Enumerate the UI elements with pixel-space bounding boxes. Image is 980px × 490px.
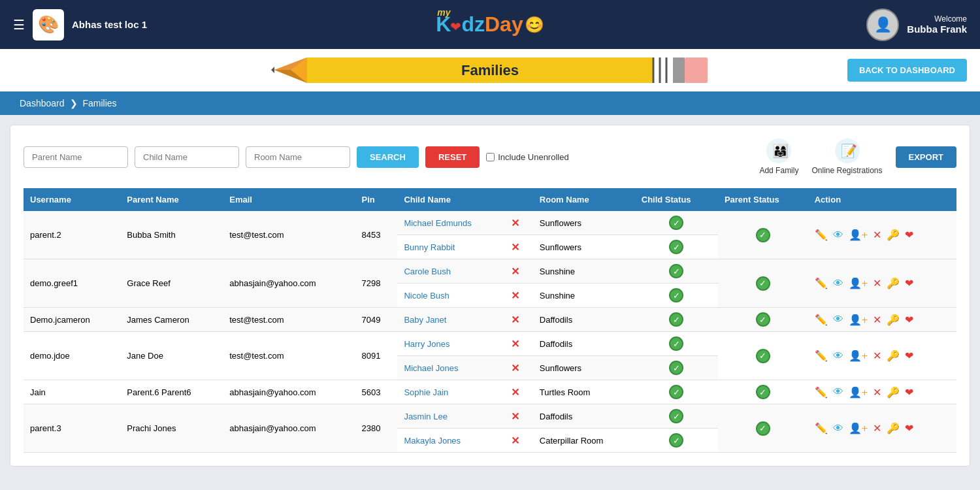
cell-child-name[interactable]: Michael Jones <box>397 356 504 380</box>
remove-child-icon[interactable]: ✕ <box>511 266 519 277</box>
heart-icon[interactable]: ❤ <box>905 314 913 326</box>
heart-icon[interactable]: ❤ <box>905 422 913 434</box>
remove-child-icon[interactable]: ✕ <box>511 290 519 301</box>
view-icon[interactable]: 👁 <box>833 314 843 325</box>
heart-icon[interactable]: ❤ <box>905 386 913 399</box>
cell-child-name[interactable]: Nicole Bush <box>397 284 504 308</box>
cell-child-name[interactable]: Michael Edmunds <box>397 211 504 235</box>
parent-name-input[interactable] <box>24 146 128 168</box>
child-name-link[interactable]: Makayla Jones <box>404 436 461 446</box>
key-icon[interactable]: 🔑 <box>887 350 900 362</box>
remove-child-icon[interactable]: ✕ <box>511 435 519 446</box>
key-icon[interactable]: 🔑 <box>887 314 900 326</box>
brand-logo: my K❤dz Day 😊 <box>436 12 544 37</box>
remove-child-icon[interactable]: ✕ <box>511 218 519 229</box>
include-unenrolled-label[interactable]: Include Unenrolled <box>486 152 568 162</box>
heart-icon[interactable]: ❤ <box>905 229 913 241</box>
child-name-link[interactable]: Baby Janet <box>404 315 446 325</box>
view-icon[interactable]: 👁 <box>833 229 843 241</box>
child-name-link[interactable]: Harry Jones <box>404 339 449 349</box>
cell-child-x[interactable]: ✕ <box>504 308 533 332</box>
child-name-link[interactable]: Jasmin Lee <box>404 412 447 421</box>
child-name-link[interactable]: Sophie Jain <box>404 387 448 397</box>
cell-child-name[interactable]: Jasmin Lee <box>397 404 504 429</box>
cell-room-name: Sunflowers <box>533 356 635 380</box>
add-person-icon[interactable]: 👤+ <box>849 314 868 326</box>
add-person-icon[interactable]: 👤+ <box>849 350 868 362</box>
cell-child-x[interactable]: ✕ <box>504 259 533 284</box>
remove-child-icon[interactable]: ✕ <box>511 314 519 325</box>
page-banner: Families BACK TO DASHBOARD <box>0 49 980 91</box>
cell-child-status: ✓ <box>635 356 718 380</box>
cell-child-x[interactable]: ✕ <box>504 284 533 308</box>
room-name-input[interactable] <box>246 146 350 168</box>
cell-child-name[interactable]: Bunny Rabbit <box>397 235 504 259</box>
remove-child-icon[interactable]: ✕ <box>511 338 519 350</box>
remove-child-icon[interactable]: ✕ <box>511 411 519 422</box>
edit-icon[interactable]: ✏️ <box>815 386 828 399</box>
cell-child-name[interactable]: Harry Jones <box>397 332 504 356</box>
breadcrumb: Dashboard ❯ Families <box>0 91 980 115</box>
cell-child-name[interactable]: Baby Janet <box>397 308 504 332</box>
edit-icon[interactable]: ✏️ <box>815 229 828 241</box>
back-to-dashboard-button[interactable]: BACK TO DASHBOARD <box>847 59 967 82</box>
search-button[interactable]: SEARCH <box>357 146 419 168</box>
breadcrumb-dashboard-link[interactable]: Dashboard <box>20 98 65 108</box>
view-icon[interactable]: 👁 <box>833 386 843 398</box>
remove-child-icon[interactable]: ✕ <box>511 387 519 398</box>
key-icon[interactable]: 🔑 <box>887 229 900 241</box>
cell-child-x[interactable]: ✕ <box>504 356 533 380</box>
add-family-button[interactable]: 👨‍👩‍👧 Add Family <box>759 139 798 175</box>
user-display-name: Bubba Frank <box>907 24 967 35</box>
child-status-check: ✓ <box>669 361 683 375</box>
edit-icon[interactable]: ✏️ <box>815 350 828 362</box>
hamburger-menu-icon[interactable]: ☰ <box>13 17 25 33</box>
heart-icon[interactable]: ❤ <box>905 277 913 289</box>
remove-child-icon[interactable]: ✕ <box>511 363 519 374</box>
key-icon[interactable]: 🔑 <box>887 422 900 434</box>
add-person-icon[interactable]: 👤+ <box>849 422 868 434</box>
cell-child-x[interactable]: ✕ <box>504 332 533 356</box>
header-right: 👤 Welcome Bubba Frank <box>866 8 967 41</box>
child-name-link[interactable]: Michael Jones <box>404 363 458 373</box>
child-name-link[interactable]: Carole Bush <box>404 267 451 276</box>
remove-child-icon[interactable]: ✕ <box>511 242 519 253</box>
export-button[interactable]: EXPORT <box>896 146 956 168</box>
add-person-icon[interactable]: 👤+ <box>849 229 868 241</box>
delete-icon[interactable]: ✕ <box>873 350 881 362</box>
child-name-link[interactable]: Michael Edmunds <box>404 218 471 228</box>
cell-child-name[interactable]: Carole Bush <box>397 259 504 284</box>
child-name-link[interactable]: Bunny Rabbit <box>404 242 455 252</box>
view-icon[interactable]: 👁 <box>833 350 843 362</box>
add-person-icon[interactable]: 👤+ <box>849 277 868 289</box>
cell-child-x[interactable]: ✕ <box>504 404 533 429</box>
include-unenrolled-checkbox[interactable] <box>486 153 495 161</box>
key-icon[interactable]: 🔑 <box>887 277 900 289</box>
cell-child-name[interactable]: Sophie Jain <box>397 380 504 404</box>
edit-icon[interactable]: ✏️ <box>815 314 828 326</box>
child-name-link[interactable]: Nicole Bush <box>404 291 449 301</box>
cell-child-name[interactable]: Makayla Jones <box>397 429 504 453</box>
edit-icon[interactable]: ✏️ <box>815 422 828 434</box>
cell-child-x[interactable]: ✕ <box>504 429 533 453</box>
brand-smiley: 😊 <box>525 16 544 34</box>
delete-icon[interactable]: ✕ <box>873 422 881 434</box>
delete-icon[interactable]: ✕ <box>873 229 881 241</box>
edit-icon[interactable]: ✏️ <box>815 277 828 289</box>
child-name-input[interactable] <box>135 146 239 168</box>
cell-room-name: Sunflowers <box>533 211 635 235</box>
view-icon[interactable]: 👁 <box>833 423 843 434</box>
cell-child-x[interactable]: ✕ <box>504 380 533 404</box>
heart-icon[interactable]: ❤ <box>905 350 913 362</box>
add-person-icon[interactable]: 👤+ <box>849 386 868 399</box>
delete-icon[interactable]: ✕ <box>873 386 881 399</box>
online-registrations-button[interactable]: 📝 Online Registrations <box>811 139 882 175</box>
cell-child-x[interactable]: ✕ <box>504 211 533 235</box>
delete-icon[interactable]: ✕ <box>873 314 881 326</box>
delete-icon[interactable]: ✕ <box>873 277 881 289</box>
table-row: parent.2Bubba Smithtest@test.com8453Mich… <box>24 211 956 235</box>
cell-child-x[interactable]: ✕ <box>504 235 533 259</box>
view-icon[interactable]: 👁 <box>833 278 843 289</box>
key-icon[interactable]: 🔑 <box>887 386 900 399</box>
reset-button[interactable]: RESET <box>425 146 480 168</box>
